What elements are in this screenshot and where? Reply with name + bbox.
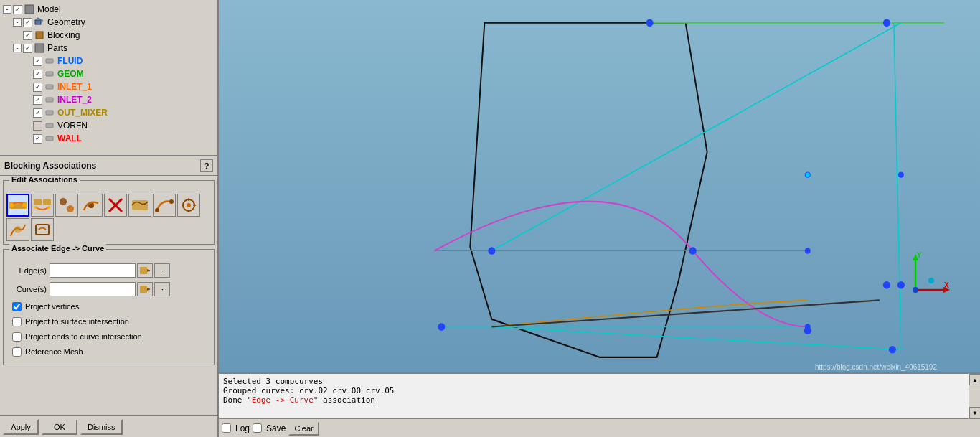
tool-remove-assoc[interactable]: [104, 194, 127, 217]
tree-item-geometry[interactable]: -Geometry: [3, 16, 215, 29]
tree-area: -Model-GeometryBlocking-PartsFLUIDGEOMIN…: [0, 0, 217, 156]
tree-item-vorfn[interactable]: VORFN: [3, 119, 215, 132]
canvas-area[interactable]: ANSYS R18.0: [219, 0, 980, 372]
svg-rect-6: [46, 72, 53, 76]
tool-face-surface[interactable]: [128, 194, 151, 217]
tree-item-geom[interactable]: GEOM: [3, 67, 215, 80]
tool-snap-project[interactable]: [177, 194, 200, 217]
svg-point-48: [883, 19, 890, 27]
curve-input[interactable]: [50, 282, 136, 296]
tree-item-inlet1[interactable]: INLET_1: [3, 80, 215, 93]
log-panel: Selected 3 compcurves Grouped curves: cr…: [219, 372, 980, 437]
svg-point-26: [155, 208, 159, 212]
curve-dots-button[interactable]: ···: [154, 282, 170, 296]
tool-assoc-multi[interactable]: [31, 194, 54, 217]
tree-expand-geometry[interactable]: -: [13, 18, 22, 27]
project-ends-checkbox[interactable]: [12, 332, 22, 342]
tree-icon-parts: [34, 42, 45, 54]
tree-checkbox-geom[interactable]: [33, 70, 42, 79]
tree-checkbox-fluid[interactable]: [33, 57, 42, 66]
tree-checkbox-out_mixer[interactable]: [33, 108, 42, 118]
tree-label-inlet2: INLET_2: [57, 95, 92, 105]
svg-line-21: [63, 202, 70, 209]
left-panel: -Model-GeometryBlocking-PartsFLUIDGEOMIN…: [0, 0, 219, 437]
svg-point-56: [438, 323, 445, 331]
tree-item-out_mixer[interactable]: OUT_MIXER: [3, 106, 215, 119]
project-vertices-row: Project vertices: [12, 300, 209, 313]
edit-associations-group: Edit Associations: [3, 180, 215, 245]
reference-mesh-checkbox[interactable]: [12, 347, 22, 357]
assoc-edge-curve-group: Associate Edge -> Curve Edge(s) ···: [3, 249, 215, 365]
tree-icon-out_mixer: [44, 107, 55, 118]
assoc-form: Edge(s) ··· Curve(s): [4, 255, 214, 365]
curve-select-button[interactable]: [137, 282, 153, 296]
tree-expand-parts[interactable]: -: [13, 44, 22, 52]
tool-vertex-curve[interactable]: [80, 194, 103, 217]
edge-select-button[interactable]: [137, 263, 153, 278]
tree-checkbox-wall[interactable]: [33, 134, 42, 144]
log-scroll-down[interactable]: ▼: [969, 407, 980, 418]
tree-item-blocking[interactable]: Blocking: [3, 29, 215, 42]
dismiss-button[interactable]: Dismiss: [80, 419, 123, 435]
tree-label-blocking: Blocking: [47, 30, 80, 40]
svg-rect-36: [140, 267, 147, 274]
svg-rect-3: [36, 32, 43, 39]
tool-assoc-edge-curve[interactable]: [6, 194, 29, 217]
tree-checkbox-vorfn[interactable]: [33, 121, 42, 131]
tree-item-inlet2[interactable]: INLET_2: [3, 93, 215, 106]
blocking-assoc-title: Blocking Associations: [4, 161, 96, 171]
tree-icon-model: [24, 4, 35, 15]
tool-assoc-edge-line[interactable]: [153, 194, 176, 217]
assoc-form-title: Associate Edge -> Curve: [9, 244, 106, 253]
project-ends-label: Project ends to curve intersection: [25, 332, 142, 341]
log-scroll-up[interactable]: ▲: [969, 374, 980, 385]
tree-expand-model[interactable]: -: [3, 5, 11, 14]
tree-item-wall[interactable]: WALL: [3, 132, 215, 145]
tool-vertex-point[interactable]: [55, 194, 78, 217]
bottom-buttons-bar: Apply OK Dismiss: [0, 415, 217, 437]
svg-rect-5: [46, 59, 53, 63]
tool-10[interactable]: [31, 218, 54, 241]
tree-checkbox-geometry[interactable]: [23, 18, 32, 27]
log-checkbox[interactable]: [222, 423, 231, 433]
svg-point-53: [805, 248, 811, 253]
blocking-associations-panel: Blocking Associations ? Edit Association…: [0, 156, 217, 437]
svg-point-59: [889, 346, 896, 354]
tree-checkbox-model[interactable]: [13, 5, 22, 14]
blocking-assoc-titlebar: Blocking Associations ?: [0, 156, 217, 176]
apply-button[interactable]: Apply: [3, 419, 39, 435]
tree-icon-geom: [44, 68, 55, 80]
edit-associations-title: Edit Associations: [9, 176, 80, 184]
tree-item-fluid[interactable]: FLUID: [3, 55, 215, 67]
tree-checkbox-blocking[interactable]: [23, 31, 32, 40]
clear-button[interactable]: Clear: [288, 421, 319, 436]
edge-input[interactable]: [50, 263, 136, 278]
svg-point-47: [646, 19, 654, 27]
edge-dots-button[interactable]: ···: [154, 263, 170, 278]
svg-rect-8: [46, 98, 53, 102]
tree-icon-vorfn: [44, 120, 55, 131]
tree-label-parts: Parts: [47, 43, 67, 53]
project-vertices-checkbox[interactable]: [12, 302, 22, 311]
svg-point-14: [22, 203, 27, 207]
tree-label-out_mixer: OUT_MIXER: [57, 108, 108, 118]
tree-checkbox-parts[interactable]: [23, 44, 32, 53]
help-button[interactable]: ?: [200, 159, 213, 172]
log-label: Log: [235, 423, 250, 433]
tool-9[interactable]: [6, 218, 29, 241]
project-surface-row: Project to surface intersection: [12, 315, 209, 328]
svg-rect-25: [132, 200, 148, 210]
tree-checkbox-inlet1[interactable]: [33, 83, 42, 92]
log-scrollbar[interactable]: ▲ ▼: [969, 374, 980, 418]
project-surface-checkbox[interactable]: [12, 317, 22, 326]
svg-rect-9: [46, 111, 53, 115]
svg-point-29: [187, 203, 191, 207]
tree-icon-wall: [44, 133, 55, 144]
save-checkbox[interactable]: [253, 423, 262, 433]
tree-item-parts[interactable]: -Parts: [3, 42, 215, 55]
tree-label-vorfn: VORFN: [57, 121, 88, 131]
svg-rect-4: [35, 44, 44, 52]
tree-checkbox-inlet2[interactable]: [33, 95, 42, 105]
tree-item-model[interactable]: -Model: [3, 3, 215, 16]
ok-button[interactable]: OK: [42, 419, 77, 435]
